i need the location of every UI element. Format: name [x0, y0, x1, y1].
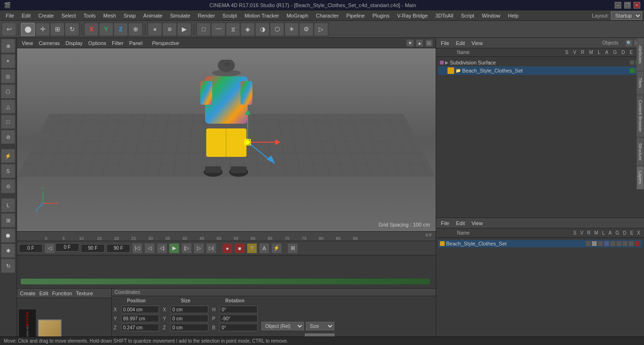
objects-content[interactable]: ▶ Subdivision Surface 📁 Beach_Style_Clot… — [436, 57, 644, 218]
tab-layers[interactable]: Layers — [636, 166, 644, 190]
size-mode-dropdown[interactable]: Size — [306, 322, 334, 330]
next-key-button[interactable]: |▷ — [181, 243, 192, 254]
render-settings-button[interactable]: ⚙ — [299, 23, 313, 36]
vp-corner-2[interactable]: ▲ — [416, 39, 423, 47]
prev-key-button[interactable]: ◁| — [157, 243, 167, 254]
auto-key-button[interactable]: A — [259, 243, 269, 254]
attr-ctrl-5[interactable] — [610, 241, 616, 246]
menu-edit[interactable]: Edit — [18, 12, 35, 19]
menu-sculpt[interactable]: Sculpt — [219, 12, 241, 19]
attr-ctrl-1[interactable] — [585, 241, 591, 246]
menu-plugins[interactable]: Plugins — [368, 12, 393, 19]
attr-ctrl-4[interactable] — [604, 241, 609, 246]
mat-menu-edit[interactable]: Edit — [39, 291, 48, 296]
attr-ctrl-9[interactable] — [635, 241, 640, 246]
menu-animate[interactable]: Animate — [140, 12, 166, 19]
restore-button[interactable]: ❐ — [624, 2, 631, 9]
left-nav-2[interactable]: ✦ — [1, 54, 15, 68]
rotate-tool-button[interactable]: ↻ — [65, 23, 79, 36]
menu-vray[interactable]: V-Ray Bridge — [394, 12, 432, 19]
left-nav-5[interactable]: △ — [1, 100, 15, 114]
left-nav-7[interactable]: ⊘ — [1, 130, 15, 144]
last-frame-button[interactable]: ▷| — [206, 243, 216, 254]
vp-menu-view[interactable]: View — [20, 40, 35, 46]
attr-ctrl-8[interactable] — [628, 241, 634, 246]
menu-tools[interactable]: Tools — [80, 12, 99, 19]
material-button[interactable]: ◑ — [255, 23, 269, 36]
axis-y-button[interactable]: Y — [99, 23, 113, 36]
object-row-beach-clothes[interactable]: 📁 Beach_Style_Clothes_Set — [438, 66, 642, 75]
left-nav-10[interactable]: ⊙ — [1, 179, 15, 193]
size-z-field[interactable] — [170, 324, 208, 331]
menu-motion-tracker[interactable]: Motion Tracker — [241, 12, 283, 19]
objects-search-button[interactable]: 🔍 — [625, 39, 633, 47]
left-nav-15[interactable]: ↻ — [1, 259, 15, 273]
timeline-options-button[interactable]: ⊞ — [287, 243, 298, 254]
menu-render[interactable]: Render — [194, 12, 219, 19]
menu-simulate[interactable]: Simulate — [166, 12, 194, 19]
render-button[interactable]: ▷ — [314, 23, 328, 36]
frame-minus-button[interactable]: ◁ — [45, 243, 55, 254]
axis-x-button[interactable]: X — [84, 23, 98, 36]
menu-mesh[interactable]: Mesh — [99, 12, 120, 19]
menu-select[interactable]: Select — [58, 12, 80, 19]
attr-file-menu[interactable]: File — [439, 220, 451, 227]
world-axis-button[interactable]: ⊕ — [128, 23, 143, 36]
frame-value-field[interactable] — [55, 243, 79, 252]
vp-menu-options[interactable]: Options — [86, 40, 108, 46]
left-nav-6[interactable]: □ — [1, 115, 15, 129]
attr-ctrl-7[interactable] — [622, 241, 628, 246]
menu-file[interactable]: File — [2, 12, 18, 19]
axis-z-button[interactable]: Z — [114, 23, 128, 36]
rot-h-field[interactable] — [220, 306, 258, 313]
cube-button[interactable]: □ — [197, 23, 211, 36]
menu-script[interactable]: Script — [457, 12, 478, 19]
viewport-play-button[interactable]: ▶ — [177, 23, 191, 36]
tab-attributes[interactable]: Attributes — [636, 38, 644, 71]
record-button[interactable]: ● — [222, 243, 233, 254]
timeline-tracks[interactable] — [17, 255, 436, 288]
mat-menu-function[interactable]: Function — [52, 291, 72, 296]
menu-window[interactable]: Window — [478, 12, 504, 19]
vp-menu-filter[interactable]: Filter — [110, 40, 125, 46]
menu-character[interactable]: Character — [312, 12, 342, 19]
texture-button[interactable]: ⬡ — [270, 23, 284, 36]
power-button[interactable]: ⚡ — [271, 243, 282, 254]
menu-pipeline[interactable]: Pipeline — [342, 12, 368, 19]
vp-corner-3[interactable]: ⊡ — [425, 39, 433, 47]
mat-menu-create[interactable]: Create — [20, 291, 36, 296]
viewport-1-button[interactable]: ■ — [148, 23, 162, 36]
size-y-field[interactable] — [170, 315, 208, 322]
stop-button[interactable]: ■ — [234, 243, 245, 254]
vp-menu-panel[interactable]: Panel — [127, 40, 144, 46]
prev-frame-button[interactable]: ◁ — [144, 243, 155, 254]
light-button[interactable]: ☀ — [285, 23, 299, 36]
tab-tikes[interactable]: Tikes — [636, 71, 644, 95]
tab-content-browser[interactable]: Content Browser — [636, 95, 644, 137]
select-model-button[interactable]: ⬤ — [21, 23, 35, 36]
left-nav-13[interactable]: ⬢ — [1, 228, 15, 243]
rot-b-field[interactable] — [220, 324, 258, 331]
max-frame-field[interactable] — [81, 244, 105, 253]
obj-vis-beach[interactable] — [630, 68, 635, 73]
current-frame-field[interactable] — [19, 244, 43, 253]
pos-x-field[interactable] — [121, 306, 159, 313]
key-button[interactable]: ? — [247, 243, 257, 254]
vp-menu-display[interactable]: Display — [63, 40, 84, 46]
pos-y-field[interactable] — [121, 315, 159, 322]
menu-create[interactable]: Create — [35, 12, 58, 19]
attr-view-menu[interactable]: View — [470, 220, 485, 227]
attr-edit-menu[interactable]: Edit — [454, 220, 467, 227]
left-nav-4[interactable]: ⬡ — [1, 84, 15, 99]
left-nav-11[interactable]: L — [1, 198, 15, 212]
objects-edit-menu[interactable]: Edit — [454, 40, 467, 46]
tab-structure[interactable]: Structure — [636, 137, 644, 166]
left-nav-3[interactable]: ◎ — [1, 69, 15, 83]
menu-snap[interactable]: Snap — [120, 12, 140, 19]
left-nav-9[interactable]: S — [1, 164, 15, 178]
layout-dropdown[interactable]: Startup — [611, 11, 642, 20]
objects-file-menu[interactable]: File — [439, 40, 451, 46]
menu-3dtoall[interactable]: 3DToAll — [431, 12, 457, 19]
left-nav-8[interactable]: ⚡ — [1, 149, 15, 163]
close-button[interactable]: ✕ — [634, 2, 640, 9]
